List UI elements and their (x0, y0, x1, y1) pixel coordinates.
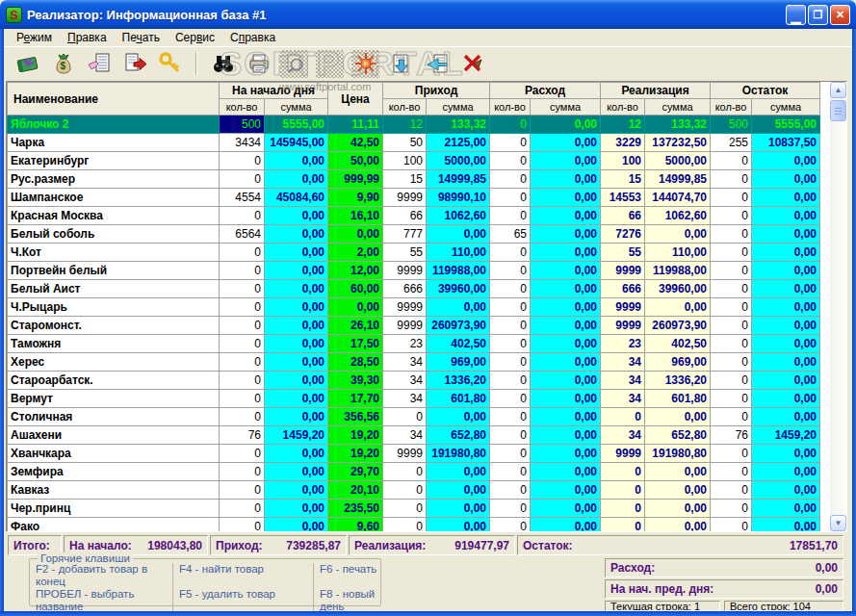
cell-value[interactable]: 16,10 (328, 207, 383, 225)
cell-value[interactable]: 3434 (220, 134, 265, 152)
cell-value[interactable]: 14999,85 (427, 170, 490, 189)
cell-value[interactable]: 0,00 (752, 353, 820, 372)
cell-value[interactable]: 0 (490, 372, 531, 390)
cell-value[interactable]: 0,00 (265, 463, 328, 481)
cell-value[interactable]: 0,00 (265, 170, 328, 189)
table-row[interactable]: Вермут00,0017,7034601,8000,0034601,8000,… (8, 390, 820, 408)
cell-value[interactable]: 9999 (601, 298, 645, 317)
cell-value[interactable]: 0,00 (752, 500, 820, 518)
cell-value[interactable]: 0 (490, 116, 531, 134)
cell-value[interactable]: 0 (601, 408, 645, 426)
cell-value[interactable]: 255 (711, 134, 752, 152)
export-doc-icon[interactable] (120, 50, 148, 78)
cell-value[interactable]: 0 (383, 481, 427, 500)
cell-value[interactable]: 0,00 (531, 170, 601, 189)
cell-value[interactable]: 0,00 (531, 317, 601, 335)
cell-value[interactable]: 0,00 (328, 298, 383, 317)
cell-value[interactable]: 0 (490, 298, 531, 317)
print-icon[interactable] (245, 50, 272, 78)
load-left-icon[interactable] (423, 50, 451, 78)
cell-value[interactable]: 66 (601, 207, 645, 225)
cell-value[interactable]: 0,00 (265, 207, 328, 225)
cell-value[interactable]: 0,00 (531, 372, 601, 390)
close-button[interactable]: ✕ (830, 5, 850, 25)
menu-item-2[interactable]: Печать (115, 30, 168, 45)
cell-value[interactable]: 402,50 (427, 335, 490, 353)
cell-name[interactable]: Портвейн белый (8, 262, 220, 280)
cell-value[interactable]: 652,80 (427, 426, 490, 445)
cell-value[interactable]: 0 (711, 152, 752, 170)
cell-value[interactable]: 969,00 (427, 353, 490, 372)
cell-name[interactable]: Херес (8, 353, 220, 372)
cell-value[interactable]: 65 (490, 225, 531, 244)
cell-value[interactable]: 0 (490, 518, 531, 533)
table-row[interactable]: Хванчкара00,0019,209999191980,8000,00999… (8, 445, 820, 463)
cell-value[interactable]: 191980,80 (427, 445, 490, 463)
cell-value[interactable]: 969,00 (645, 353, 711, 372)
cell-value[interactable]: 0 (490, 207, 531, 225)
table-row[interactable]: Рус.размер00,00999,991514999,8500,001514… (8, 170, 820, 189)
cell-value[interactable]: 0,00 (645, 408, 711, 426)
cell-value[interactable]: 0 (711, 317, 752, 335)
cell-value[interactable]: 1062,60 (427, 207, 490, 225)
cell-name[interactable]: Земфира (8, 463, 220, 481)
cell-value[interactable]: 11,11 (328, 116, 383, 134)
cell-value[interactable]: 0 (490, 426, 531, 445)
cell-value[interactable]: 137232,50 (645, 134, 711, 152)
delete-x-icon[interactable] (458, 50, 486, 78)
cell-name[interactable]: Чер.принц (8, 500, 220, 518)
cell-value[interactable]: 0,00 (752, 280, 820, 298)
cell-value[interactable]: 0 (711, 170, 752, 189)
cell-value[interactable]: 0 (711, 353, 752, 372)
cell-value[interactable]: 145945,00 (265, 134, 328, 152)
table-row[interactable]: Екатеринбург00,0050,001005000,0000,00100… (8, 152, 820, 170)
cell-value[interactable]: 110,00 (645, 244, 711, 262)
cell-value[interactable]: 0,00 (265, 335, 328, 353)
cell-value[interactable]: 0 (220, 280, 265, 298)
table-row[interactable]: Чарка3434145945,0042,50502125,0000,00322… (8, 134, 820, 152)
cell-name[interactable]: Вермут (8, 390, 220, 408)
cell-value[interactable]: 0,00 (265, 372, 328, 390)
cell-value[interactable]: 0 (711, 445, 752, 463)
cell-value[interactable]: 0 (601, 481, 645, 500)
cell-value[interactable]: 17,70 (328, 390, 383, 408)
cell-name[interactable]: Шампанское (8, 189, 220, 207)
cell-value[interactable]: 0,00 (752, 445, 820, 463)
cell-value[interactable]: 9,90 (328, 189, 383, 207)
cell-value[interactable]: 0 (711, 500, 752, 518)
cell-value[interactable]: 0,00 (531, 262, 601, 280)
cell-value[interactable]: 7276 (601, 225, 645, 244)
cell-value[interactable]: 0 (220, 353, 265, 372)
cell-value[interactable]: 0,00 (752, 408, 820, 426)
cell-value[interactable]: 1459,20 (752, 426, 820, 445)
find-binoculars-icon[interactable] (209, 50, 237, 78)
cell-value[interactable]: 0,00 (265, 445, 328, 463)
cell-value[interactable]: 0 (711, 280, 752, 298)
cell-value[interactable]: 0 (220, 152, 265, 170)
cell-value[interactable]: 0 (490, 335, 531, 353)
cell-value[interactable]: 45084,60 (265, 189, 328, 207)
cell-value[interactable]: 12 (601, 116, 645, 134)
cell-value[interactable]: 0,00 (265, 298, 328, 317)
cell-name[interactable]: Чарка (8, 134, 220, 152)
cell-value[interactable]: 98990,10 (427, 189, 490, 207)
cell-value[interactable]: 0,00 (531, 518, 601, 533)
cell-value[interactable]: 0 (711, 207, 752, 225)
cell-value[interactable]: 0 (601, 518, 645, 533)
cell-value[interactable]: 402,50 (645, 335, 711, 353)
cell-value[interactable]: 19,20 (328, 426, 383, 445)
cell-value[interactable]: 0 (711, 518, 752, 533)
cell-value[interactable]: 0 (711, 408, 752, 426)
cell-value[interactable]: 133,32 (427, 116, 490, 134)
cell-value[interactable]: 0 (220, 262, 265, 280)
cell-value[interactable]: 0 (601, 463, 645, 481)
cell-value[interactable]: 0,00 (265, 244, 328, 262)
table-row[interactable]: Шампанское455445084,609,90999998990,1000… (8, 189, 820, 207)
table-row[interactable]: Херес00,0028,5034969,0000,0034969,0000,0… (8, 353, 820, 372)
cell-value[interactable]: 0,00 (265, 408, 328, 426)
cell-value[interactable]: 601,80 (645, 390, 711, 408)
cell-value[interactable]: 133,32 (645, 116, 711, 134)
cell-value[interactable]: 0,00 (265, 353, 328, 372)
cell-value[interactable]: 20,10 (328, 481, 383, 500)
cell-value[interactable]: 15 (601, 170, 645, 189)
